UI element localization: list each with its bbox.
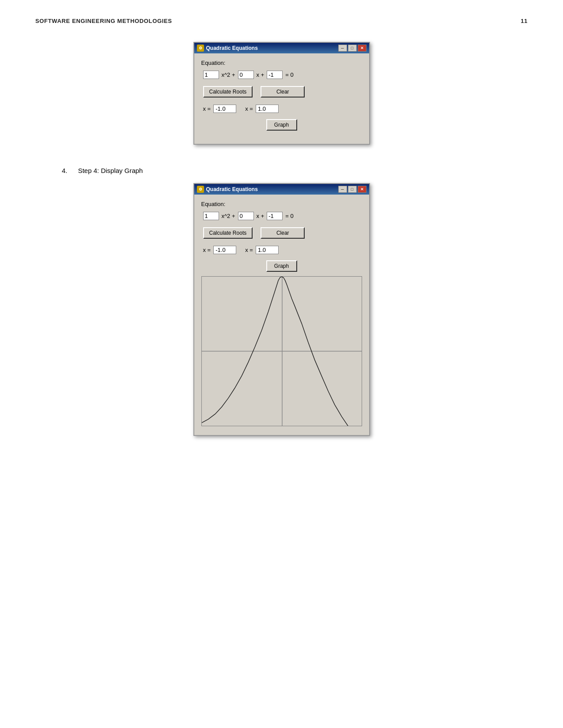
page-title: SOFTWARE ENGINEERING METHODOLOGIES — [35, 18, 172, 24]
clear-button-2[interactable]: Clear — [261, 227, 305, 239]
close-button-2[interactable]: ✕ — [358, 186, 367, 193]
graph-button-row-1: Graph — [201, 119, 362, 131]
x-label-2: x + — [257, 213, 264, 219]
graph-svg — [202, 277, 362, 426]
calculate-roots-button-2[interactable]: Calculate Roots — [203, 227, 253, 239]
x2-label-result-2: x = — [245, 247, 253, 253]
coeff-b-input-1[interactable] — [238, 71, 254, 79]
app-icon-1: ⚙ — [197, 45, 204, 52]
dialog-title-1: Quadratic Equations — [206, 45, 258, 51]
step4-text: Step 4: Display Graph — [78, 167, 143, 174]
coeff-c-input-1[interactable] — [267, 71, 283, 79]
coeff-a-input-2[interactable] — [203, 212, 219, 220]
dialog-2: ⚙ Quadratic Equations ─ □ ✕ Equation: x^… — [193, 183, 370, 436]
window-controls-1: ─ □ ✕ — [338, 45, 367, 52]
x2-value-input-2[interactable] — [256, 246, 279, 254]
coeff-b-input-2[interactable] — [238, 212, 254, 220]
coeff-c-input-2[interactable] — [267, 212, 283, 220]
results-row-1: x = x = — [201, 105, 362, 113]
titlebar-left-2: ⚙ Quadratic Equations — [197, 186, 258, 193]
x1-value-input-1[interactable] — [213, 105, 236, 113]
equation-row-2: x^2 + x + = 0 — [201, 212, 362, 220]
x1-value-input-2[interactable] — [213, 246, 236, 254]
x-label-1: x + — [257, 71, 264, 78]
dialog-1: ⚙ Quadratic Equations ─ □ ✕ Equation: x^… — [193, 42, 370, 145]
maximize-button-2[interactable]: □ — [348, 186, 357, 193]
x2-label-2: x^2 + — [222, 213, 235, 219]
titlebar-left-1: ⚙ Quadratic Equations — [197, 45, 258, 52]
step4-number: 4. — [62, 167, 68, 174]
graph-button-2[interactable]: Graph — [266, 260, 297, 272]
result-x1-group-1: x = — [203, 105, 237, 113]
equals-zero-1: = 0 — [285, 71, 293, 78]
equals-zero-2: = 0 — [285, 213, 293, 219]
dialog-body-2: Equation: x^2 + x + = 0 Calculate Roots … — [194, 195, 369, 435]
calculate-roots-button-1[interactable]: Calculate Roots — [203, 86, 253, 98]
button-row-1: Calculate Roots Clear — [201, 86, 362, 98]
result-x2-group-2: x = — [245, 246, 279, 254]
results-row-2: x = x = — [201, 246, 362, 254]
x2-label-1: x^2 + — [222, 71, 235, 78]
x2-label-result-1: x = — [245, 105, 253, 112]
titlebar-1: ⚙ Quadratic Equations ─ □ ✕ — [194, 43, 369, 53]
minimize-button-2[interactable]: ─ — [338, 186, 347, 193]
result-x2-group-1: x = — [245, 105, 279, 113]
button-row-2: Calculate Roots Clear — [201, 227, 362, 239]
clear-button-1[interactable]: Clear — [261, 86, 305, 98]
window-controls-2: ─ □ ✕ — [338, 186, 367, 193]
app-icon-2: ⚙ — [197, 186, 204, 193]
maximize-button-1[interactable]: □ — [348, 45, 357, 52]
dialog-title-2: Quadratic Equations — [206, 186, 258, 192]
page-number: 11 — [521, 18, 528, 24]
titlebar-2: ⚙ Quadratic Equations ─ □ ✕ — [194, 184, 369, 195]
result-x1-group-2: x = — [203, 246, 237, 254]
graph-button-row-2: Graph — [201, 260, 362, 272]
equation-label-2: Equation: — [201, 201, 362, 207]
x1-label-1: x = — [203, 105, 211, 112]
equation-row-1: x^2 + x + = 0 — [201, 71, 362, 79]
dialog-body-1: Equation: x^2 + x + = 0 Calculate Roots … — [194, 53, 369, 144]
page-header: SOFTWARE ENGINEERING METHODOLOGIES 11 — [35, 18, 528, 24]
step4-label: 4. Step 4: Display Graph — [35, 167, 528, 174]
x1-label-2: x = — [203, 247, 211, 253]
graph-button-1[interactable]: Graph — [266, 119, 297, 131]
graph-display — [201, 276, 362, 426]
equation-label-1: Equation: — [201, 60, 362, 66]
coeff-a-input-1[interactable] — [203, 71, 219, 79]
minimize-button-1[interactable]: ─ — [338, 45, 347, 52]
close-button-1[interactable]: ✕ — [358, 45, 367, 52]
x2-value-input-1[interactable] — [256, 105, 279, 113]
